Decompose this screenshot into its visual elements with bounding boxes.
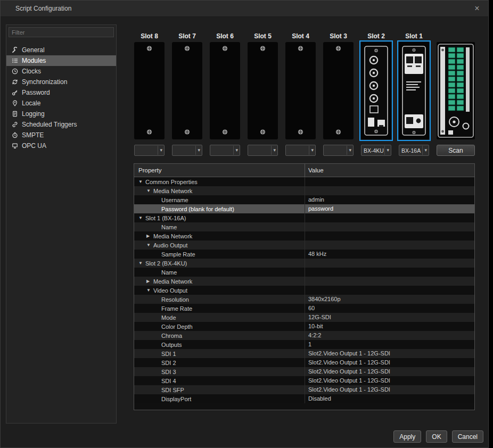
apply-button[interactable]: Apply [393, 430, 421, 443]
sidebar-item-general[interactable]: General [6, 45, 116, 55]
slot-card-5[interactable] [248, 42, 278, 139]
property-label: SDI 3 [161, 369, 176, 375]
table-row[interactable]: ▼Audio Output [134, 240, 474, 250]
table-row[interactable]: ▶Media Network [134, 277, 474, 286]
value-cell[interactable] [305, 259, 474, 268]
table-row[interactable]: Outputs1 [134, 340, 474, 349]
slot-5-dropdown[interactable]: ▾ [248, 145, 278, 156]
table-row[interactable]: ▶Media Network [134, 231, 474, 240]
value-cell[interactable] [305, 268, 474, 277]
slot-6-dropdown[interactable]: ▾ [210, 145, 240, 156]
table-row[interactable]: Mode12G-SDI [134, 313, 474, 322]
slot-card-8[interactable] [134, 42, 165, 139]
table-row[interactable]: SDI 1Slot2.Video Output 1 - 12G-SDI [134, 349, 474, 358]
value-cell[interactable]: Slot2.Video Output 1 - 12G-SDI [305, 376, 474, 385]
table-row[interactable]: ▼Common Properties [134, 177, 474, 186]
value-cell[interactable]: password [305, 204, 474, 213]
expander-icon[interactable]: ▶ [146, 234, 153, 238]
value-cell[interactable] [305, 186, 474, 195]
filter-input[interactable] [9, 27, 114, 37]
table-row[interactable]: ▼Video Output [134, 286, 474, 295]
table-row[interactable]: Name [134, 268, 474, 277]
close-icon[interactable]: × [471, 3, 483, 14]
value-cell[interactable]: 1 [305, 340, 474, 349]
table-row[interactable]: SDI 2Slot2.Video Output 1 - 12G-SDI [134, 358, 474, 367]
table-row[interactable]: Name [134, 222, 474, 231]
table-row[interactable]: Sample Rate48 kHz [134, 250, 474, 259]
script-configuration-dialog: Script Configuration × GeneralModulesClo… [0, 0, 489, 448]
value-cell[interactable] [305, 177, 474, 186]
table-row[interactable]: SDI 3Slot2.Video Output 1 - 12G-SDI [134, 367, 474, 376]
value-cell[interactable]: Slot2.Video Output 1 - 12G-SDI [305, 349, 474, 358]
slot-label-2: Slot 2 [361, 30, 391, 42]
sidebar-item-synchronization[interactable]: Synchronization [6, 77, 116, 87]
value-cell[interactable]: Slot2.Video Output 1 - 12G-SDI [305, 367, 474, 376]
value-cell[interactable]: 4:2:2 [305, 331, 474, 340]
table-row[interactable]: SDI SFPSlot2.Video Output 1 - 12G-SDI [134, 385, 474, 394]
slot-card-3[interactable] [323, 42, 354, 139]
slot-3-dropdown[interactable]: ▾ [323, 145, 354, 156]
value-cell[interactable]: 10-bit [305, 322, 474, 331]
slot-2-dropdown[interactable]: BX-4KU▾ [361, 145, 391, 156]
table-row[interactable]: Color Depth10-bit [134, 322, 474, 331]
value-cell[interactable] [305, 240, 474, 250]
value-cell[interactable]: Slot2.Video Output 1 - 12G-SDI [305, 385, 474, 394]
table-row[interactable]: SDI 4Slot2.Video Output 1 - 12G-SDI [134, 376, 474, 385]
expander-icon[interactable]: ▼ [138, 261, 145, 266]
value-cell[interactable]: 60 [305, 304, 474, 313]
sidebar-item-scheduled-triggers[interactable]: Scheduled Triggers [6, 119, 116, 130]
value-cell[interactable] [305, 286, 474, 295]
expander-icon[interactable]: ▼ [146, 188, 153, 193]
table-row[interactable]: Usernameadmin [134, 195, 474, 204]
slot-card-7[interactable] [172, 42, 202, 139]
expander-icon[interactable]: ▼ [146, 243, 153, 247]
property-cell: ▼Slot 1 (BX-16A) [134, 213, 305, 222]
sidebar-item-opc-ua[interactable]: OPC UA [6, 140, 116, 151]
sidebar-item-password[interactable]: Password [6, 87, 116, 98]
frame-card[interactable] [437, 42, 475, 139]
slot-7-dropdown[interactable]: ▾ [172, 145, 202, 156]
expander-icon[interactable]: ▼ [138, 215, 145, 220]
expander-icon[interactable]: ▶ [146, 279, 153, 284]
scan-button[interactable]: Scan [437, 145, 475, 156]
slot-card-4[interactable] [285, 42, 316, 139]
sidebar-item-clocks[interactable]: Clocks [6, 66, 116, 77]
slot-card-6[interactable] [210, 42, 240, 139]
ok-button[interactable]: OK [426, 430, 447, 443]
expander-icon[interactable]: ▼ [138, 179, 145, 184]
value-cell[interactable]: 12G-SDI [305, 313, 474, 322]
value-cell[interactable] [305, 231, 474, 240]
slot-card-1[interactable] [399, 42, 429, 139]
sidebar-item-modules[interactable]: Modules [6, 55, 116, 66]
table-row[interactable]: Chroma4:2:2 [134, 331, 474, 340]
expander-icon[interactable]: ▼ [146, 288, 153, 293]
column-header-value: Value [305, 164, 474, 177]
table-row[interactable]: Frame Rate60 [134, 304, 474, 313]
table-row[interactable]: Password (blank for default)password [134, 204, 474, 213]
value-cell[interactable]: 3840x2160p [305, 295, 474, 304]
table-row[interactable]: ▼Slot 2 (BX-4KU) [134, 259, 474, 268]
value-cell[interactable] [305, 222, 474, 231]
property-label: Slot 1 (BX-16A) [145, 215, 186, 221]
value-cell[interactable] [305, 277, 474, 286]
table-row[interactable]: DisplayPortDisabled [134, 394, 474, 403]
property-cell: Sample Rate [134, 250, 305, 259]
table-row[interactable]: ▼Slot 1 (BX-16A) [134, 213, 474, 222]
slot-4-dropdown[interactable]: ▾ [285, 145, 316, 156]
sidebar-item-smpte[interactable]: SMPTE [6, 130, 116, 140]
value-cell[interactable] [305, 213, 474, 222]
sidebar-item-locale[interactable]: Locale [6, 98, 116, 109]
sidebar-item-logging[interactable]: Logging [6, 109, 116, 119]
slot-card-2[interactable] [361, 42, 391, 139]
table-header: Property Value [134, 164, 474, 177]
property-label: SDI 2 [161, 360, 176, 366]
table-row[interactable]: ▼Media Network [134, 186, 474, 195]
slot-8-dropdown[interactable]: ▾ [134, 145, 165, 156]
cancel-button[interactable]: Cancel [452, 430, 483, 443]
table-row[interactable]: Resolution3840x2160p [134, 295, 474, 304]
value-cell[interactable]: admin [305, 195, 474, 204]
value-cell[interactable]: 48 kHz [305, 250, 474, 259]
value-cell[interactable]: Disabled [305, 394, 474, 403]
value-cell[interactable]: Slot2.Video Output 1 - 12G-SDI [305, 358, 474, 367]
slot-1-dropdown[interactable]: BX-16A▾ [399, 145, 429, 156]
